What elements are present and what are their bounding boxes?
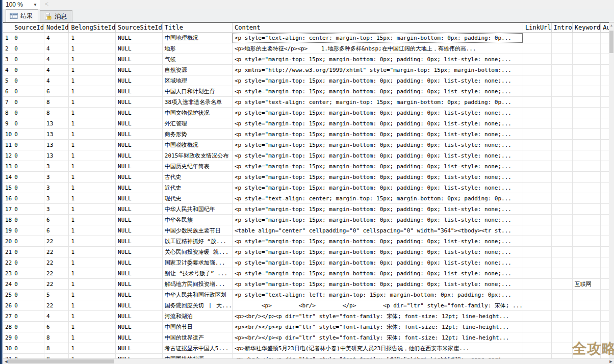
cell-BelongSiteId[interactable]: 1 — [69, 118, 116, 129]
cell-Title[interactable]: 中国文物保护状况 — [162, 108, 232, 118]
cell-SourceId[interactable]: 0 — [12, 86, 44, 97]
cell-Content[interactable]: <p xmlns="http://www.w3.org/1999/xhtml" … — [232, 65, 523, 75]
cell-Intro[interactable] — [551, 54, 572, 65]
cell-SourceSiteId[interactable]: NULL — [116, 215, 163, 225]
cell-Intro[interactable] — [551, 257, 572, 268]
cell-Intro[interactable] — [551, 247, 572, 257]
cell-Content[interactable]: <p style="text-align: left; margin-top: … — [232, 290, 523, 300]
cell-SourceId[interactable]: 0 — [12, 140, 44, 150]
cell-BelongSiteId[interactable]: 1 — [69, 268, 116, 279]
row-header[interactable]: 2 — [3, 43, 12, 54]
cell-Intro[interactable] — [551, 322, 572, 332]
cell-SourceId[interactable]: 0 — [12, 236, 44, 247]
column-header-Content[interactable]: Content — [232, 23, 523, 33]
cell-Author[interactable] — [601, 183, 609, 193]
cell-SourceSiteId[interactable]: NULL — [116, 236, 163, 247]
cell-SourceId[interactable]: 0 — [12, 183, 44, 193]
cell-LinkUrl[interactable] — [523, 193, 552, 204]
cell-Keyword[interactable] — [572, 290, 601, 300]
cell-Author[interactable] — [601, 86, 609, 97]
cell-Content[interactable]: <p style="margin-top: 15px; margin-botto… — [232, 215, 523, 225]
cell-SourceSiteId[interactable]: NULL — [116, 300, 163, 311]
cell-Intro[interactable] — [551, 268, 572, 279]
tab-messages[interactable]: 消息 — [40, 10, 72, 22]
cell-Author[interactable] — [601, 300, 609, 311]
cell-BelongSiteId[interactable]: 1 — [69, 129, 116, 140]
cell-SourceId[interactable]: 0 — [12, 172, 44, 183]
cell-BelongSiteId[interactable]: 1 — [69, 161, 116, 172]
cell-NodeId[interactable]: 22 — [44, 268, 69, 279]
cell-LinkUrl[interactable] — [523, 108, 552, 118]
row-header[interactable]: 3 — [3, 54, 12, 65]
cell-SourceId[interactable]: 0 — [12, 225, 44, 236]
cell-NodeId[interactable]: 6 — [44, 322, 69, 332]
cell-SourceSiteId[interactable]: NULL — [116, 332, 163, 343]
row-header[interactable]: 1 — [3, 33, 12, 43]
row-header[interactable]: 28 — [3, 322, 12, 332]
cell-Keyword[interactable] — [572, 247, 601, 257]
cell-BelongSiteId[interactable]: 1 — [69, 65, 116, 75]
cell-BelongSiteId[interactable]: 1 — [69, 33, 116, 43]
cell-SourceSiteId[interactable]: NULL — [116, 150, 163, 161]
cell-Title[interactable]: 解码地方民间投资增... — [162, 279, 232, 290]
row-header[interactable]: 14 — [3, 172, 12, 183]
cell-LinkUrl[interactable] — [523, 183, 552, 193]
cell-Title[interactable]: 中国的世界遗产 — [162, 332, 232, 343]
cell-SourceSiteId[interactable]: NULL — [116, 322, 163, 332]
cell-SourceSiteId[interactable]: NULL — [116, 343, 163, 354]
cell-Title[interactable]: 中华人民共和国行政区划 — [162, 290, 232, 300]
cell-Content[interactable]: <p style="margin-top: 15px; margin-botto… — [232, 257, 523, 268]
cell-SourceSiteId[interactable]: NULL — [116, 225, 163, 236]
cell-Title[interactable]: 国务院回应关切 丨 大... — [162, 300, 232, 311]
cell-SourceId[interactable]: 0 — [12, 300, 44, 311]
cell-Intro[interactable] — [551, 43, 572, 54]
column-header-SourceSiteId[interactable]: SourceSiteId — [116, 23, 163, 33]
cell-LinkUrl[interactable] — [523, 150, 552, 161]
chevron-left-icon[interactable]: < — [45, 1, 48, 8]
cell-BelongSiteId[interactable]: 1 — [69, 150, 116, 161]
cell-LinkUrl[interactable] — [523, 54, 552, 65]
row-header[interactable]: 8 — [3, 108, 12, 118]
column-header-LinkUrl[interactable]: LinkUrl — [523, 23, 552, 33]
cell-Keyword[interactable] — [572, 204, 601, 215]
cell-SourceSiteId[interactable]: NULL — [116, 247, 163, 257]
cell-Author[interactable] — [601, 172, 609, 183]
scroll-right-icon[interactable]: ► — [608, 359, 613, 364]
row-header[interactable]: 29 — [3, 332, 12, 343]
cell-Intro[interactable] — [551, 279, 572, 290]
cell-Content[interactable]: <table align="center" cellpadding="0" ce… — [232, 225, 523, 236]
cell-Intro[interactable] — [551, 300, 572, 311]
row-header[interactable]: 22 — [3, 257, 12, 268]
cell-LinkUrl[interactable] — [523, 322, 552, 332]
row-header[interactable]: 19 — [3, 225, 12, 236]
cell-Author[interactable] — [601, 236, 609, 247]
cell-Keyword[interactable] — [572, 75, 601, 86]
cell-Content[interactable]: <p style="margin-top: 15px; margin-botto… — [232, 172, 523, 183]
cell-BelongSiteId[interactable]: 1 — [69, 257, 116, 268]
cell-SourceSiteId[interactable]: NULL — [116, 311, 163, 322]
cell-BelongSiteId[interactable]: 1 — [69, 108, 116, 118]
row-header[interactable]: 21 — [3, 247, 12, 257]
column-header-Intro[interactable]: Intro — [551, 23, 572, 33]
cell-Content[interactable]: <p>地形的主要特征</p><p> 1.地形多种多样&nbsp;在中国辽阔的大地… — [232, 43, 523, 54]
row-header[interactable]: 25 — [3, 290, 12, 300]
cell-Author[interactable] — [601, 54, 609, 65]
cell-Intro[interactable] — [551, 129, 572, 140]
cell-LinkUrl[interactable] — [523, 172, 552, 183]
row-header[interactable]: 9 — [3, 118, 12, 129]
cell-Keyword[interactable] — [572, 215, 601, 225]
cell-NodeId[interactable]: 13 — [44, 150, 69, 161]
cell-Content[interactable]: <p style="margin-top: 15px; margin-botto… — [232, 54, 523, 65]
cell-Title[interactable]: 以工匠精神抓好 “放... — [162, 236, 232, 247]
cell-SourceSiteId[interactable]: NULL — [116, 140, 163, 150]
cell-SourceSiteId[interactable]: NULL — [116, 279, 163, 290]
cell-BelongSiteId[interactable]: 1 — [69, 225, 116, 236]
cell-NodeId[interactable]: 4 — [44, 43, 69, 54]
cell-Content[interactable]: <p style="margin-top: 15px; margin-botto… — [232, 150, 523, 161]
cell-BelongSiteId[interactable]: 1 — [69, 311, 116, 322]
row-header[interactable]: 18 — [3, 215, 12, 225]
cell-Intro[interactable] — [551, 183, 572, 193]
cell-Keyword[interactable] — [572, 43, 601, 54]
cell-Content[interactable]: <p><br/></p><p dir="ltr" style="font-fam… — [232, 332, 523, 343]
cell-Intro[interactable] — [551, 311, 572, 322]
